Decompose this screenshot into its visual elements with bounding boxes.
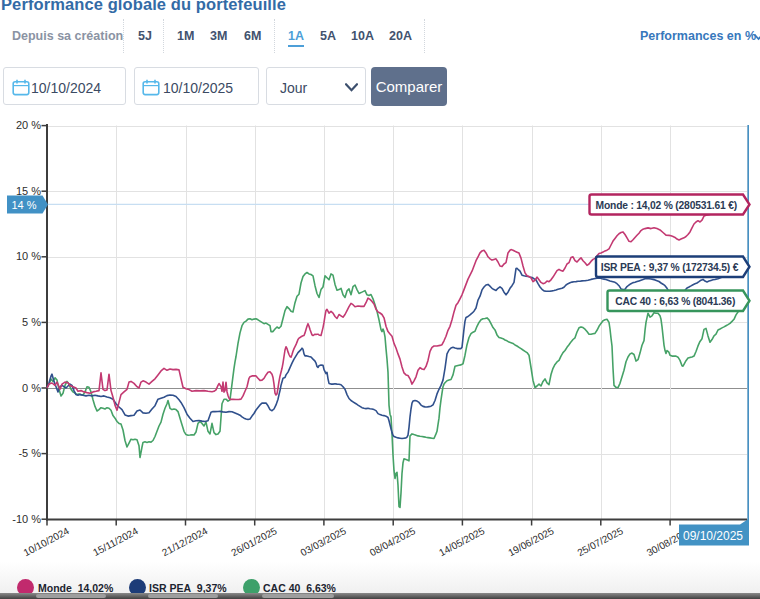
svg-text:10 %: 10 %	[16, 250, 41, 262]
svg-text:10/10/2024: 10/10/2024	[22, 525, 72, 558]
svg-text:21/12/2024: 21/12/2024	[160, 525, 210, 558]
svg-text:20 %: 20 %	[16, 119, 41, 131]
svg-text:14/05/2025: 14/05/2025	[437, 525, 487, 558]
svg-text:14 %: 14 %	[11, 199, 36, 211]
svg-text:ISR PEA : 9,37 % (172734.5) €: ISR PEA : 9,37 % (172734.5) €	[601, 262, 739, 273]
svg-text:-5 %: -5 %	[18, 447, 41, 459]
svg-text:15/11/2024: 15/11/2024	[91, 525, 140, 558]
svg-text:-10 %: -10 %	[12, 513, 41, 525]
svg-text:Monde : 14,02 % (280531.61 €): Monde : 14,02 % (280531.61 €)	[596, 200, 737, 211]
svg-text:26/01/2025: 26/01/2025	[229, 525, 279, 558]
svg-text:08/04/2025: 08/04/2025	[368, 525, 418, 558]
svg-text:0 %: 0 %	[22, 382, 41, 394]
svg-text:5 %: 5 %	[22, 316, 41, 328]
svg-text:CAC 40 : 6,63 % (8041.36): CAC 40 : 6,63 % (8041.36)	[615, 296, 735, 307]
svg-text:25/07/2025: 25/07/2025	[575, 525, 625, 558]
svg-text:19/06/2025: 19/06/2025	[506, 525, 556, 558]
svg-text:15 %: 15 %	[16, 185, 41, 197]
svg-text:09/10/2025: 09/10/2025	[683, 529, 743, 543]
svg-text:03/03/2025: 03/03/2025	[299, 525, 349, 558]
